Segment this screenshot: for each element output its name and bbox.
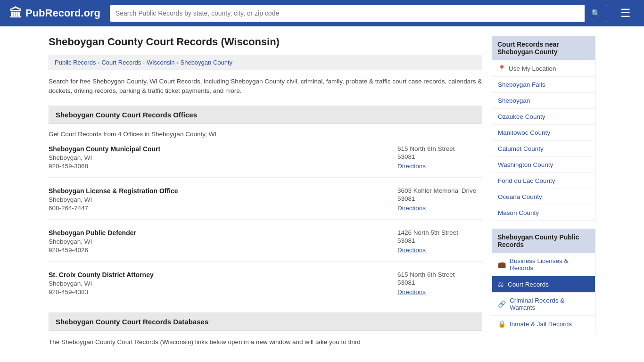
office-city-3: Sheboygan, WI — [49, 280, 154, 287]
public-records-section-title: Sheboygan County Public Records — [492, 229, 595, 253]
records-label-0: Business Licenses & Records — [510, 257, 589, 272]
nearby-item-7[interactable]: Oceana County — [492, 189, 595, 205]
nearby-link-0[interactable]: Sheboygan Falls — [492, 77, 595, 92]
nearby-item-8[interactable]: Mason County — [492, 205, 595, 221]
page-title: Sheboygan County Court Records (Wisconsi… — [49, 36, 482, 48]
use-location-label: Use My Location — [509, 65, 556, 72]
breadcrumb-public-records[interactable]: Public Records — [55, 59, 96, 66]
office-phone-1: 608-264-7447 — [49, 205, 178, 212]
office-right-3: 615 North 6th Street 53081 Directions — [397, 271, 482, 296]
office-entry: St. Croix County District Attorney Shebo… — [49, 271, 482, 303]
office-name-2: Sheboygan Public Defender — [49, 229, 136, 237]
office-city-1: Sheboygan, WI — [49, 196, 178, 203]
office-address-3: 615 North 6th Street — [397, 271, 482, 278]
use-location-item[interactable]: 📍 Use My Location — [492, 60, 595, 77]
hamburger-menu-button[interactable]: ☰ — [617, 5, 635, 22]
nearby-item-2[interactable]: Ozaukee County — [492, 109, 595, 125]
nearby-item-1[interactable]: Sheboygan — [492, 93, 595, 109]
search-bar: 🔍 — [110, 5, 607, 22]
office-left-0: Sheboygan County Municipal Court Sheboyg… — [49, 145, 160, 170]
office-name-0: Sheboygan County Municipal Court — [49, 145, 160, 153]
office-city-0: Sheboygan, WI — [49, 154, 160, 161]
office-entry: Sheboygan License & Registration Office … — [49, 187, 482, 220]
breadcrumb-sep-3: › — [177, 59, 179, 66]
records-label-2: Criminal Records & Warrants — [510, 297, 589, 311]
logo-icon: 🏛 — [9, 6, 22, 21]
breadcrumb-sep-2: › — [143, 59, 145, 66]
office-right-0: 615 North 6th Street 53081 Directions — [397, 145, 482, 170]
nearby-link-6[interactable]: Fond du Lac County — [492, 173, 595, 189]
records-label-3: Inmate & Jail Records — [510, 321, 572, 328]
nearby-item-6[interactable]: Fond du Lac County — [492, 173, 595, 189]
records-item-1[interactable]: ⚖ Court Records — [492, 276, 595, 293]
logo-text: PubRecord.org — [25, 7, 100, 19]
records-link-0[interactable]: 💼 Business Licenses & Records — [492, 253, 595, 276]
location-icon: 📍 — [498, 65, 506, 72]
office-address-1: 3603 Kohler Memorial Drive — [397, 187, 482, 194]
nearby-link-8[interactable]: Mason County — [492, 205, 595, 221]
offices-section-header: Sheboygan County Court Records Offices — [49, 106, 482, 124]
link-icon: 🔗 — [498, 300, 506, 308]
nearby-link-5[interactable]: Washington County — [492, 157, 595, 173]
office-address-2: 1426 North 5th Street — [397, 229, 482, 236]
records-label-1: Court Records — [508, 281, 549, 288]
office-entry: Sheboygan Public Defender Sheboygan, WI … — [49, 229, 482, 262]
use-location-link[interactable]: 📍 Use My Location — [492, 60, 595, 76]
office-phone-3: 920-459-4383 — [49, 288, 154, 296]
databases-description: The Sheboygan County Court Records (Wisc… — [49, 337, 482, 347]
office-zip-3: 53081 — [397, 279, 482, 286]
breadcrumb-wisconsin[interactable]: Wisconsin — [147, 59, 174, 66]
office-left-1: Sheboygan License & Registration Office … — [49, 187, 178, 212]
office-address-0: 615 North 6th Street — [397, 145, 482, 152]
records-link-2[interactable]: 🔗 Criminal Records & Warrants — [492, 293, 595, 315]
nearby-link-4[interactable]: Calumet County — [492, 141, 595, 156]
nearby-link-7[interactable]: Oceana County — [492, 189, 595, 205]
office-entry: Sheboygan County Municipal Court Sheboyg… — [49, 145, 482, 178]
records-item-0[interactable]: 💼 Business Licenses & Records — [492, 253, 595, 276]
sidebar: Court Records near Sheboygan County 📍 Us… — [492, 36, 595, 347]
search-input[interactable] — [110, 6, 585, 21]
office-phone-0: 920-459-3068 — [49, 163, 160, 170]
office-zip-0: 53081 — [397, 153, 482, 160]
directions-link-3[interactable]: Directions — [397, 288, 426, 296]
nearby-item-5[interactable]: Washington County — [492, 157, 595, 173]
office-city-2: Sheboygan, WI — [49, 238, 136, 245]
office-name-1: Sheboygan License & Registration Office — [49, 187, 178, 195]
records-link-3[interactable]: 🔒 Inmate & Jail Records — [492, 316, 595, 332]
nearby-section-title: Court Records near Sheboygan County — [492, 36, 595, 60]
nearby-link-2[interactable]: Ozaukee County — [492, 109, 595, 124]
nearby-item-3[interactable]: Manitowoc County — [492, 125, 595, 141]
page-description: Search for free Sheboygan County, WI Cou… — [49, 77, 482, 96]
scales-icon: ⚖ — [498, 280, 504, 288]
main-container: Sheboygan County Court Records (Wisconsi… — [39, 26, 605, 356]
search-button[interactable]: 🔍 — [585, 5, 607, 22]
nearby-link-1[interactable]: Sheboygan — [492, 93, 595, 108]
briefcase-icon: 💼 — [498, 261, 506, 268]
nearby-item-4[interactable]: Calumet County — [492, 141, 595, 157]
office-phone-2: 920-459-4026 — [49, 247, 136, 254]
directions-link-1[interactable]: Directions — [397, 205, 426, 212]
office-right-1: 3603 Kohler Memorial Drive 53081 Directi… — [397, 187, 482, 212]
office-left-2: Sheboygan Public Defender Sheboygan, WI … — [49, 229, 136, 254]
site-logo[interactable]: 🏛 PubRecord.org — [9, 6, 100, 21]
offices-count: Get Court Records from 4 Offices in Sheb… — [49, 131, 482, 138]
nearby-item-0[interactable]: Sheboygan Falls — [492, 77, 595, 93]
offices-list: Sheboygan County Municipal Court Sheboyg… — [49, 145, 482, 303]
breadcrumb-court-records[interactable]: Court Records — [101, 59, 141, 66]
office-zip-2: 53081 — [397, 237, 482, 244]
content-area: Sheboygan County Court Records (Wisconsi… — [49, 36, 482, 347]
nearby-link-3[interactable]: Manitowoc County — [492, 125, 595, 140]
databases-section-header: Sheboygan County Court Records Databases — [49, 313, 482, 331]
office-zip-1: 53081 — [397, 195, 482, 202]
breadcrumb: Public Records › Court Records › Wiscons… — [49, 55, 482, 70]
records-link-1[interactable]: ⚖ Court Records — [492, 276, 595, 292]
directions-link-2[interactable]: Directions — [397, 247, 426, 254]
directions-link-0[interactable]: Directions — [397, 163, 426, 170]
public-records-list: 💼 Business Licenses & Records ⚖ Court Re… — [492, 253, 595, 332]
records-item-3[interactable]: 🔒 Inmate & Jail Records — [492, 316, 595, 332]
office-right-2: 1426 North 5th Street 53081 Directions — [397, 229, 482, 254]
records-item-2[interactable]: 🔗 Criminal Records & Warrants — [492, 293, 595, 316]
lock-icon: 🔒 — [498, 320, 506, 328]
office-left-3: St. Croix County District Attorney Shebo… — [49, 271, 154, 296]
breadcrumb-sheboygan-county[interactable]: Sheboygan County — [181, 59, 233, 66]
